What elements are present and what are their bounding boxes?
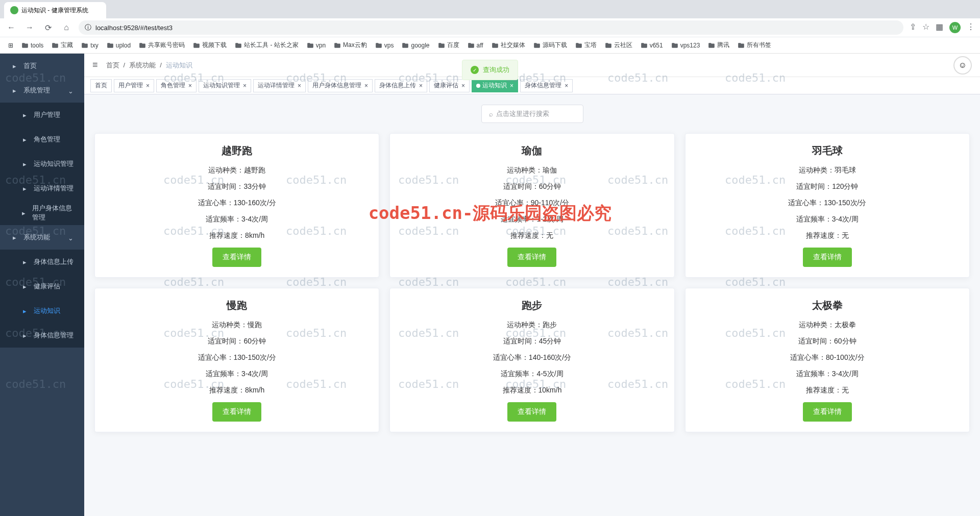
bookmark-item[interactable]: 站长工具 - 站长之家: [232, 39, 302, 52]
folder-icon: [533, 42, 541, 49]
sidebar: ▸首页▸系统管理⌄▸用户管理▸角色管理▸运动知识管理▸运动详情管理▸用户身体信息…: [0, 54, 84, 516]
folder-icon: [492, 42, 499, 49]
sidebar-item-body[interactable]: ▸用户身体信息管理: [0, 201, 84, 225]
bookmark-item[interactable]: tools: [18, 40, 46, 51]
browser-chrome: 运动知识 - 健康管理系统 ← → ⟳ ⌂ ⓘ localhost:9528/#…: [0, 0, 980, 54]
sidebar-item-user[interactable]: ▸用户管理: [0, 103, 84, 127]
card-time: 适宜时间：33分钟: [105, 182, 369, 191]
close-icon[interactable]: ×: [510, 82, 513, 89]
share-icon[interactable]: ⇪: [910, 22, 916, 33]
bookmark-item[interactable]: google: [399, 40, 432, 51]
bookmark-item[interactable]: 腾讯: [705, 39, 732, 52]
view-detail-button[interactable]: 查看详情: [507, 402, 556, 422]
view-detail-button[interactable]: 查看详情: [212, 402, 261, 422]
bookmark-item[interactable]: Max云豹: [331, 39, 370, 52]
close-icon[interactable]: ×: [243, 82, 247, 89]
cards-grid: 越野跑运动种类：越野跑适宜时间：33分钟适宜心率：130-160次/分适宜频率：…: [94, 133, 970, 432]
bookmark-item[interactable]: uplod: [104, 40, 134, 51]
bookmark-item[interactable]: aff: [464, 40, 486, 51]
bookmark-item[interactable]: 云社区: [602, 39, 635, 52]
bookmark-item[interactable]: 百度: [435, 39, 462, 52]
tab-运动知识[interactable]: 运动知识×: [472, 79, 518, 92]
tab-健康评估[interactable]: 健康评估×: [429, 79, 470, 92]
card-heartrate: 适宜心率：130-150次/分: [105, 353, 369, 362]
breadcrumb-item[interactable]: 系统功能: [129, 61, 156, 70]
bookmark-item[interactable]: 视频下载: [190, 39, 230, 52]
tab-label: 身体信息上传: [379, 81, 416, 90]
sidebar-item-role[interactable]: ▸角色管理: [0, 127, 84, 152]
tab-label: 用户身体信息管理: [312, 81, 361, 90]
bookmark-item[interactable]: vpn: [304, 40, 329, 51]
close-icon[interactable]: ×: [461, 82, 465, 89]
sidebar-item-label: 健康评估: [34, 282, 60, 291]
sidebar-item-sport[interactable]: ▸运动知识管理: [0, 152, 84, 176]
browser-tab[interactable]: 运动知识 - 健康管理系统: [4, 2, 106, 18]
close-icon[interactable]: ×: [146, 82, 150, 89]
close-icon[interactable]: ×: [364, 82, 368, 89]
card-time: 适宜时间：120分钟: [696, 182, 959, 191]
home-button[interactable]: ⌂: [60, 21, 72, 34]
bookmark-item[interactable]: 宝塔: [572, 39, 600, 52]
apps-icon[interactable]: ⊞: [5, 40, 16, 51]
bookmark-item[interactable]: v651: [638, 40, 666, 51]
card-speed: 推荐速度：无: [696, 386, 959, 395]
extensions-icon[interactable]: ▦: [936, 22, 943, 33]
sidebar-item-detail[interactable]: ▸运动详情管理: [0, 176, 84, 201]
avatar[interactable]: ☺: [953, 56, 972, 75]
card-frequency: 适宜频率：3-4次/周: [105, 370, 369, 379]
view-detail-button[interactable]: 查看详情: [803, 248, 852, 267]
main-area: ≡ 首页/ 系统功能/ 运动知识 ☺ ✓ 查询成功 首页用户管理×角色管理×运动…: [84, 54, 980, 516]
sidebar-item-bulb[interactable]: ▸运动知识: [0, 299, 84, 323]
tab-用户管理[interactable]: 用户管理×: [114, 79, 154, 92]
sidebar-item-label: 身体信息管理: [34, 331, 74, 340]
tab-角色管理[interactable]: 角色管理×: [156, 79, 197, 92]
folder-icon: [375, 42, 382, 49]
search-placeholder: 点击这里进行搜索: [496, 109, 549, 118]
bookmark-item[interactable]: 宝藏: [48, 39, 76, 52]
func-icon: ▸: [10, 233, 18, 241]
star-icon[interactable]: ☆: [922, 22, 929, 33]
chevron-down-icon: ⌄: [68, 87, 74, 93]
card-title: 慢跑: [105, 299, 369, 312]
sidebar-item-manage[interactable]: ▸身体信息管理: [0, 323, 84, 348]
reload-button[interactable]: ⟳: [42, 21, 54, 34]
sidebar-item-func[interactable]: ▸系统功能⌄: [0, 225, 84, 250]
view-detail-button[interactable]: 查看详情: [212, 248, 261, 267]
tab-身体信息管理[interactable]: 身体信息管理×: [520, 79, 573, 92]
sidebar-item-dashboard[interactable]: ▸首页: [0, 54, 84, 78]
url-input[interactable]: ⓘ localhost:9528/#/test/test3: [79, 20, 903, 35]
search-input[interactable]: ⌕ 点击这里进行搜索: [481, 105, 583, 123]
bookmark-item[interactable]: 社交媒体: [488, 39, 528, 52]
back-button[interactable]: ←: [5, 21, 17, 34]
folder-icon: [81, 42, 88, 49]
bookmark-item[interactable]: 源码下载: [530, 39, 570, 52]
bookmark-item[interactable]: vps123: [668, 40, 703, 51]
browser-tab-bar: 运动知识 - 健康管理系统: [0, 0, 980, 18]
bookmark-item[interactable]: 共享账号密码: [136, 39, 188, 52]
forward-button[interactable]: →: [23, 21, 36, 34]
view-detail-button[interactable]: 查看详情: [803, 402, 852, 422]
card-time: 适宜时间：60分钟: [400, 182, 664, 191]
tab-运动知识管理[interactable]: 运动知识管理×: [199, 79, 251, 92]
bookmark-item[interactable]: vps: [372, 40, 397, 51]
tab-首页[interactable]: 首页: [90, 79, 112, 92]
close-icon[interactable]: ×: [298, 82, 301, 89]
hamburger-icon[interactable]: ≡: [92, 60, 98, 70]
sidebar-item-gear[interactable]: ▸系统管理⌄: [0, 78, 84, 103]
bookmark-item[interactable]: 所有书签: [734, 39, 774, 52]
close-icon[interactable]: ×: [565, 82, 568, 89]
sport-icon: ▸: [20, 160, 29, 168]
tab-身体信息上传[interactable]: 身体信息上传×: [375, 79, 427, 92]
sidebar-item-upload[interactable]: ▸身体信息上传: [0, 250, 84, 274]
bookmark-item[interactable]: txy: [78, 40, 101, 51]
menu-icon[interactable]: ⋮: [967, 22, 975, 33]
close-icon[interactable]: ×: [188, 82, 192, 89]
tab-用户身体信息管理[interactable]: 用户身体信息管理×: [308, 79, 373, 92]
view-detail-button[interactable]: 查看详情: [507, 248, 556, 267]
tab-运动详情管理[interactable]: 运动详情管理×: [253, 79, 306, 92]
breadcrumb-item[interactable]: 首页: [106, 61, 119, 70]
close-icon[interactable]: ×: [419, 82, 423, 89]
sidebar-item-health[interactable]: ▸健康评估: [0, 274, 84, 299]
profile-icon[interactable]: W: [949, 22, 961, 33]
body-icon: ▸: [20, 209, 27, 217]
